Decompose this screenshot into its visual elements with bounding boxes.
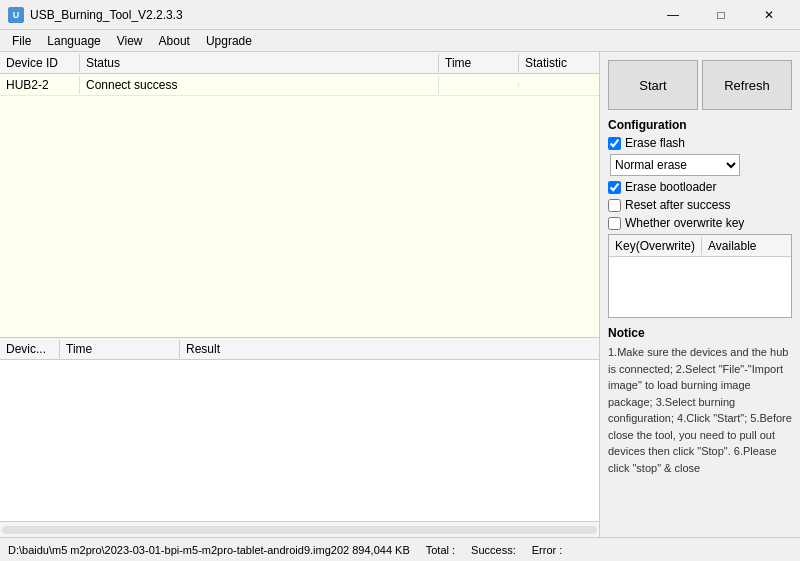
log-table-header: Devic... Time Result [0,338,599,360]
log-col-result: Result [180,340,599,358]
notice-title: Notice [608,326,792,340]
menu-file[interactable]: File [4,32,39,50]
file-path: D:\baidu\m5 m2pro\2023-03-01-bpi-m5-m2pr… [8,544,410,556]
erase-flash-row: Erase flash [608,136,792,150]
erase-dropdown-row: Normal eraseFull erase [608,154,792,176]
error-label: Error : [532,544,563,556]
app-title: USB_Burning_Tool_V2.2.3.3 [30,8,183,22]
action-buttons: Start Refresh [608,60,792,110]
erase-bootloader-label: Erase bootloader [625,180,716,194]
key-col-overwrite: Key(Overwrite) [609,237,702,255]
title-controls: — □ ✕ [650,4,792,26]
reset-after-success-row: Reset after success [608,198,792,212]
menu-bar: File Language View About Upgrade [0,30,800,52]
status-bar: D:\baidu\m5 m2pro\2023-03-01-bpi-m5-m2pr… [0,537,800,561]
key-table-header: Key(Overwrite) Available [609,235,791,257]
key-table: Key(Overwrite) Available [608,234,792,318]
erase-flash-label: Erase flash [625,136,685,150]
device-table-header: Device ID Status Time Statistic [0,52,599,74]
overwrite-key-row: Whether overwrite key [608,216,792,230]
notice-section: Notice 1.Make sure the devices and the h… [608,326,792,476]
td-time [439,83,519,87]
key-col-available: Available [702,237,791,255]
horizontal-scrollbar[interactable] [0,521,599,537]
device-table-body: HUB2-2 Connect success [0,74,599,337]
total-label: Total : [426,544,455,556]
log-table-body [0,360,599,521]
notice-text: 1.Make sure the devices and the hub is c… [608,344,792,476]
erase-bootloader-row: Erase bootloader [608,180,792,194]
menu-about[interactable]: About [151,32,198,50]
col-device-id: Device ID [0,54,80,72]
log-area: Devic... Time Result [0,337,599,537]
right-panel: Start Refresh Configuration Erase flash … [600,52,800,537]
title-bar-left: U USB_Burning_Tool_V2.2.3.3 [8,7,183,23]
main-content: Device ID Status Time Statistic HUB2-2 C… [0,52,800,537]
menu-view[interactable]: View [109,32,151,50]
log-col-time: Time [60,340,180,358]
refresh-button[interactable]: Refresh [702,60,792,110]
reset-after-success-label: Reset after success [625,198,730,212]
menu-upgrade[interactable]: Upgrade [198,32,260,50]
td-device-id: HUB2-2 [0,76,80,94]
title-bar: U USB_Burning_Tool_V2.2.3.3 — □ ✕ [0,0,800,30]
maximize-button[interactable]: □ [698,4,744,26]
td-statistic [519,83,599,87]
key-table-body [609,257,791,317]
close-button[interactable]: ✕ [746,4,792,26]
erase-mode-select[interactable]: Normal eraseFull erase [610,154,740,176]
td-status: Connect success [80,76,439,94]
minimize-button[interactable]: — [650,4,696,26]
menu-language[interactable]: Language [39,32,108,50]
start-button[interactable]: Start [608,60,698,110]
overwrite-key-label: Whether overwrite key [625,216,744,230]
left-panel: Device ID Status Time Statistic HUB2-2 C… [0,52,600,537]
success-label: Success: [471,544,516,556]
reset-after-success-checkbox[interactable] [608,199,621,212]
app-icon: U [8,7,24,23]
config-title: Configuration [608,118,792,132]
overwrite-key-checkbox[interactable] [608,217,621,230]
erase-bootloader-checkbox[interactable] [608,181,621,194]
log-col-device: Devic... [0,340,60,358]
col-time: Time [439,54,519,72]
col-status: Status [80,54,439,72]
config-section: Configuration Erase flash Normal eraseFu… [608,118,792,318]
scroll-track [2,526,597,534]
device-table-area: Device ID Status Time Statistic HUB2-2 C… [0,52,599,337]
table-row: HUB2-2 Connect success [0,74,599,96]
col-statistic: Statistic [519,54,599,72]
erase-flash-checkbox[interactable] [608,137,621,150]
